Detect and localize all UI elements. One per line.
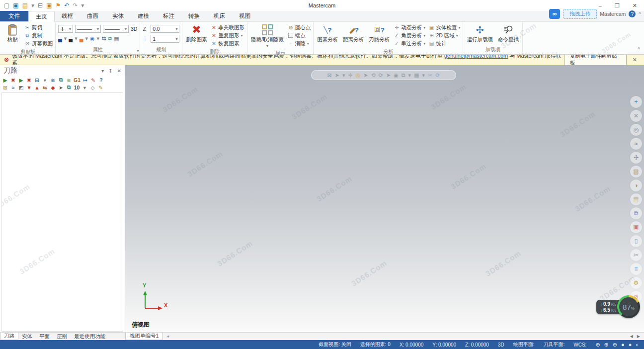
warning-close-icon[interactable]: ✕ — [630, 57, 640, 63]
check-solid-button[interactable]: ▣实体检查▾ — [428, 24, 460, 31]
restore-button[interactable]: ❐ — [615, 2, 620, 9]
new-operation-icon[interactable]: ⊞ — [34, 77, 40, 83]
scroll-right-icon[interactable]: ▶ — [637, 334, 640, 339]
set-attributes-icon[interactable]: ⇆ — [101, 35, 106, 42]
performance-ring[interactable]: 87% — [617, 295, 640, 318]
point-color-swatch[interactable]: ▄ — [58, 36, 62, 42]
caret-icon[interactable]: ▾ — [42, 77, 48, 83]
caret-icon[interactable]: ▾ — [422, 72, 425, 79]
endpoints-button[interactable]: 端点 — [288, 32, 311, 39]
toolpaths-tree[interactable]: 3D66.Com 3D66.Com — [1, 92, 123, 332]
geometry-icon[interactable]: ⧉ — [66, 84, 72, 90]
rotate-cw-icon[interactable]: ⟳ — [379, 72, 383, 79]
layers-icon[interactable]: ≡ — [630, 263, 642, 275]
sphere-mid-icon[interactable]: ● — [629, 342, 632, 348]
delete-duplicates-button[interactable]: ✕重复图形▾ — [211, 32, 244, 39]
select-none-icon[interactable]: ✖ — [10, 77, 16, 83]
close-button[interactable]: ✕ — [633, 2, 637, 9]
tab-drafting[interactable]: 标注 — [156, 11, 181, 21]
snap-settings-icon[interactable]: ✛ — [348, 72, 352, 79]
analyze-angle-button[interactable]: ∠角度分析▾ — [394, 32, 425, 39]
level-combo[interactable]: 1▾ — [151, 35, 179, 43]
tab-home[interactable]: 主页 — [28, 11, 55, 22]
blank-toolpath-icon[interactable]: ≋ — [66, 77, 72, 83]
area-2d-button[interactable]: ⊞2D 区域▾ — [428, 32, 460, 39]
hatch-face-icon[interactable]: ▧ — [630, 166, 642, 177]
baidu-netdisk-icon[interactable]: ∞ — [549, 9, 560, 19]
caret-icon[interactable]: ▾ — [85, 35, 88, 42]
center-points-button[interactable]: ⊘圆心点 — [288, 24, 311, 31]
ribbon-minimize-icon[interactable]: ^ — [638, 47, 640, 52]
material-sphere-icon[interactable]: ◉ — [90, 35, 95, 42]
shaded-view-icon[interactable]: ◑ — [630, 179, 642, 191]
spline-tool-icon[interactable]: ≈ — [630, 138, 642, 150]
lock-icon[interactable]: ⊠ — [2, 85, 8, 90]
line-color-swatch[interactable]: ▄ — [69, 36, 73, 42]
blank-button[interactable]: ▫消隐▾ — [288, 40, 311, 47]
g1-post-icon[interactable]: G1 — [74, 77, 80, 83]
pin-icon[interactable]: ↧ — [108, 68, 112, 74]
pan-move-icon[interactable]: + — [630, 96, 642, 108]
close-icon[interactable]: ✕ — [117, 68, 121, 74]
tab-view[interactable]: 视图 — [232, 11, 257, 21]
analyze-chain-button[interactable]: ✓串连分析▾ — [394, 40, 425, 47]
cplane-selector[interactable]: 绘图平面: — [513, 341, 535, 348]
wcs-gnomon-icon[interactable]: ⊕ — [595, 342, 600, 348]
analyze-toolpath-button[interactable]: 回? 刀路分析 — [368, 23, 391, 44]
red-cube-icon[interactable]: ▣ — [630, 221, 642, 233]
flower-tool-icon[interactable]: ✣ — [630, 152, 642, 164]
move-down-icon[interactable]: ▼ — [26, 85, 32, 90]
paste-button[interactable]: 粘贴 — [3, 23, 21, 44]
select-solid-icon[interactable]: ◉ — [394, 72, 399, 79]
caret-icon[interactable]: ▾ — [342, 72, 345, 79]
display-options-icon[interactable]: 10 — [74, 85, 80, 90]
speed-gauge-widget[interactable]: ↑0.9K/s ↓6.5K/s 87% — [596, 295, 640, 318]
copy-solids-icon[interactable]: ⧉ — [630, 207, 642, 219]
panel-tab-planes[interactable]: 平面 — [36, 333, 53, 340]
caret-icon[interactable]: ▾ — [81, 85, 88, 90]
select-entity-icon[interactable]: ➤ — [363, 72, 368, 79]
scissors-icon[interactable]: ✂ — [428, 72, 432, 79]
trim-icon[interactable]: ✂ — [630, 249, 642, 261]
panel-tab-toolpaths[interactable]: 刀路 — [0, 333, 18, 340]
section-view-status[interactable]: 截面视图: 关闭 — [319, 341, 351, 348]
panel-tab-levels[interactable]: 层别 — [53, 333, 71, 340]
grid-icon[interactable]: ▦ — [414, 72, 419, 79]
edit-toolpath-icon[interactable]: ✎ — [90, 77, 96, 83]
panel-menu-caret-icon[interactable]: ▾ — [101, 68, 104, 74]
3d-mode-label[interactable]: 3D — [131, 26, 137, 32]
tab-wireframe[interactable]: 线框 — [55, 11, 80, 21]
statistics-button[interactable]: ▤统计 — [428, 40, 460, 47]
run-addin-button[interactable]: ✣ 运行加载项 — [466, 23, 494, 44]
scroll-left-icon[interactable]: ◀ — [630, 334, 633, 339]
toolpath-display-icon[interactable]: ≋ — [50, 77, 56, 83]
solid-color-swatch[interactable]: ▄ — [80, 36, 83, 42]
hatch-icon[interactable]: ▦ — [114, 35, 119, 42]
gumball-icon[interactable]: ◎ — [356, 72, 361, 79]
cut-button[interactable]: ✂剪切 — [24, 24, 53, 31]
viewport-canvas[interactable]: ⊠➤▾✛◎➤⟲⟳➤◉⧉▾▦▾✂⟳ 3D66.Com 3D66.Com 3D66.… — [125, 65, 644, 332]
edit-params-icon[interactable]: ✎ — [97, 85, 104, 90]
delete-non-assoc-button[interactable]: ✕非关联图形 — [211, 24, 244, 31]
select-window-icon[interactable]: ➤ — [386, 72, 391, 79]
hourglass-icon[interactable]: ◇ — [89, 85, 96, 90]
analyze-distance-button[interactable]: ▬? 距离分析 — [342, 23, 365, 44]
line-style-combo[interactable]: ———▾ — [75, 25, 101, 33]
mode-3d-toggle[interactable]: 3D — [498, 342, 504, 348]
point-style-combo[interactable]: ✛▾ — [58, 25, 73, 33]
z-depth-combo[interactable]: 0.0▾ — [151, 25, 179, 33]
copy-toolpath-icon[interactable]: ⧉ — [58, 77, 64, 83]
tab-solids[interactable]: 实体 — [105, 11, 131, 21]
select-cursor-icon[interactable]: ➤ — [58, 85, 64, 90]
feed-rate-icon[interactable]: ↦ — [82, 77, 88, 83]
ruler-icon[interactable]: ▯ — [630, 235, 642, 247]
ghost-operation-icon[interactable]: ◩ — [18, 85, 24, 90]
lock-selection-icon[interactable]: ⊠ — [327, 72, 331, 79]
tab-file[interactable]: 文件 — [0, 11, 28, 21]
invalidate-selected-icon[interactable]: ✖ — [26, 77, 32, 83]
refresh-icon[interactable]: ⟳ — [435, 72, 440, 79]
rotate-ccw-icon[interactable]: ⟲ — [371, 72, 375, 79]
insert-arrow-icon[interactable]: ⇆ — [42, 85, 48, 90]
insert-point-icon[interactable]: ◆ — [50, 85, 56, 90]
select-copy-icon[interactable]: ⧉ — [402, 72, 405, 79]
